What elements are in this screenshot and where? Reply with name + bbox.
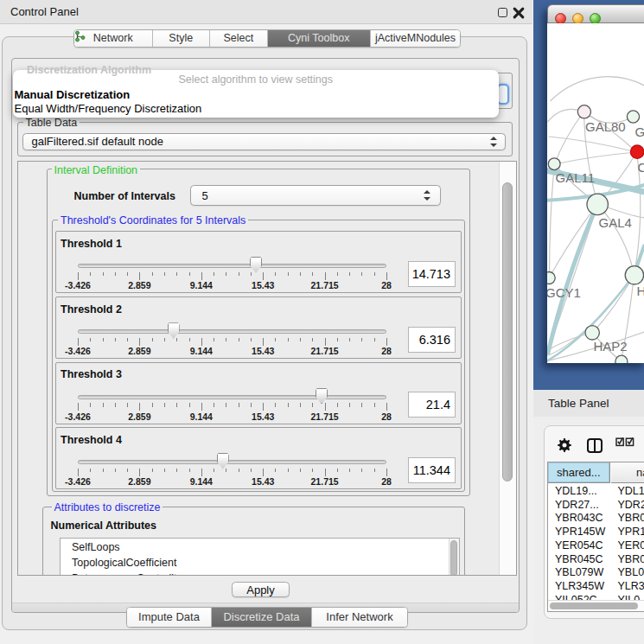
tab-jactivemnodules[interactable]: jActiveMNodules [371, 30, 460, 47]
float-window-icon[interactable] [498, 8, 507, 17]
cell-shared-name: YBR043C [555, 512, 603, 524]
tab-style[interactable]: Style [153, 30, 211, 47]
zoom-traffic-light-icon[interactable] [590, 13, 601, 24]
table-horizontal-scrollbar[interactable] [548, 600, 644, 612]
graph-edge[interactable] [549, 164, 554, 277]
graph-node-c[interactable] [630, 145, 643, 158]
graph-edge[interactable] [554, 152, 636, 164]
table-row[interactable]: YDL19... YDL1 [548, 485, 644, 499]
graph-node-ga[interactable] [627, 111, 639, 123]
tick-mark [349, 272, 350, 277]
tick-mark [239, 272, 239, 277]
column-header-shared-name[interactable]: shared... [548, 462, 611, 483]
gear-icon[interactable] [557, 437, 572, 453]
tick-mark [312, 403, 313, 407]
tick-mark [288, 469, 289, 473]
threshold-slider-track[interactable] [78, 460, 386, 464]
threshold-box-3: Threshold 3 -3.4262.8599.14415.4321.7152… [55, 362, 462, 424]
minimize-traffic-light-icon[interactable] [572, 13, 583, 24]
close-traffic-light-icon[interactable] [555, 13, 566, 24]
algorithm-option[interactable]: Manual Discretization [15, 88, 131, 101]
tab-discretize-data[interactable]: Discretize Data [212, 608, 312, 627]
graph-node-hap2[interactable] [585, 326, 599, 340]
table-scrollbar-thumb[interactable] [550, 603, 638, 609]
tick-mark [127, 338, 128, 342]
tab-select[interactable]: Select [210, 30, 268, 47]
network-window-titlebar[interactable] [547, 4, 644, 24]
table-row[interactable]: YDR27... YDR2 [548, 499, 644, 513]
apply-button[interactable]: Apply [232, 582, 290, 598]
attribute-item[interactable]: BetweennessCentrality [72, 572, 182, 576]
threshold-slider-thumb[interactable] [316, 388, 328, 405]
table-row[interactable]: YBR045C YBR0 [548, 553, 644, 567]
settings-vertical-scrollbar[interactable] [499, 162, 516, 577]
table-data-combobox[interactable]: galFiltered.sif default node [22, 133, 506, 151]
tick-mark [176, 338, 177, 342]
threshold-value-field[interactable]: 6.316 [408, 327, 456, 353]
table-row[interactable]: YER054C YER0 [548, 539, 644, 553]
threshold-slider-thumb[interactable] [250, 257, 262, 273]
graph-edge[interactable] [550, 77, 644, 101]
threshold-slider-track[interactable] [78, 395, 386, 399]
attribute-item[interactable]: SelfLoops [72, 541, 120, 553]
graph-node-gal80[interactable] [577, 105, 590, 118]
graph-node-gal4[interactable] [587, 194, 608, 214]
tick-mark [152, 338, 153, 342]
table-row[interactable]: YLR345W YLR3 [548, 580, 644, 594]
column-header-name[interactable]: na [611, 462, 644, 483]
tick-label: 21.715 [311, 411, 339, 422]
close-icon[interactable] [512, 6, 526, 20]
graph-node[interactable] [615, 355, 627, 363]
threshold-slider-track[interactable] [78, 264, 386, 268]
tick-mark [386, 272, 387, 280]
attribute-item[interactable]: TopologicalCoefficient [72, 557, 176, 569]
tab-infer-network[interactable]: Infer Network [312, 608, 407, 627]
tick-mark [349, 469, 350, 473]
table-data-group-title: Table Data [23, 117, 80, 129]
threshold-value-field[interactable]: 11.344 [408, 457, 456, 483]
tick-label: 21.715 [311, 280, 339, 290]
graph-node-h[interactable] [625, 266, 643, 284]
tick-mark [103, 272, 104, 277]
graph-node-gal11[interactable] [548, 158, 560, 170]
table-row[interactable]: YPR145W YPR1 [548, 526, 644, 539]
tab-label: Cyni Toolbox [288, 32, 349, 44]
settings-scrollbar-thumb[interactable] [502, 182, 513, 481]
select-checkboxes-icon[interactable] [615, 437, 634, 447]
tick-mark [115, 272, 116, 277]
threshold-slider-thumb[interactable] [217, 453, 229, 469]
cell-shared-name: YBR045C [555, 553, 603, 565]
tab-label: Network [93, 32, 133, 44]
number-of-intervals-combobox[interactable]: 5 [190, 185, 441, 206]
cell-name: YDR2 [618, 499, 644, 511]
tick-mark [90, 403, 91, 407]
attributes-scrollbar-thumb[interactable] [450, 540, 457, 576]
threshold-slider-thumb[interactable] [168, 322, 180, 339]
tick-label: 21.715 [311, 346, 339, 356]
tick-label: 28 [381, 411, 392, 422]
network-graph-canvas[interactable]: GAL80GACGAL11GAL4GCY1HHAP2 [547, 23, 644, 363]
tick-mark [103, 403, 104, 407]
threshold-value-field[interactable]: 21.4 [408, 392, 456, 418]
tick-mark [127, 403, 128, 407]
tab-impute-data[interactable]: Impute Data [127, 608, 212, 627]
numerical-attributes-list[interactable]: SelfLoopsTopologicalCoefficientBetweenne… [60, 538, 460, 576]
tab-cyni-toolbox[interactable]: Cyni Toolbox [268, 30, 372, 47]
tick-mark [386, 338, 387, 346]
graph-node-gcy1[interactable] [547, 272, 555, 284]
threshold-value-field[interactable]: 14.713 [408, 261, 456, 287]
table-row[interactable]: YBL079W YBL0 [548, 566, 644, 580]
tab-network[interactable]: Network [74, 30, 153, 47]
graph-edge[interactable] [548, 137, 636, 152]
tick-mark [288, 272, 289, 277]
graph-node-label: GAL11 [555, 170, 595, 185]
algorithm-option[interactable]: Equal Width/Frequency Discretization [15, 102, 202, 115]
column-layout-icon[interactable] [587, 438, 603, 454]
threshold-slider-track[interactable] [78, 329, 386, 334]
tick-mark [115, 338, 116, 342]
tab-label: Style [169, 32, 193, 44]
attributes-list-scrollbar[interactable] [449, 539, 459, 576]
tick-mark [78, 403, 79, 411]
table-row[interactable]: YBR043C YBR0 [548, 512, 644, 526]
tick-label: 21.715 [311, 476, 339, 487]
